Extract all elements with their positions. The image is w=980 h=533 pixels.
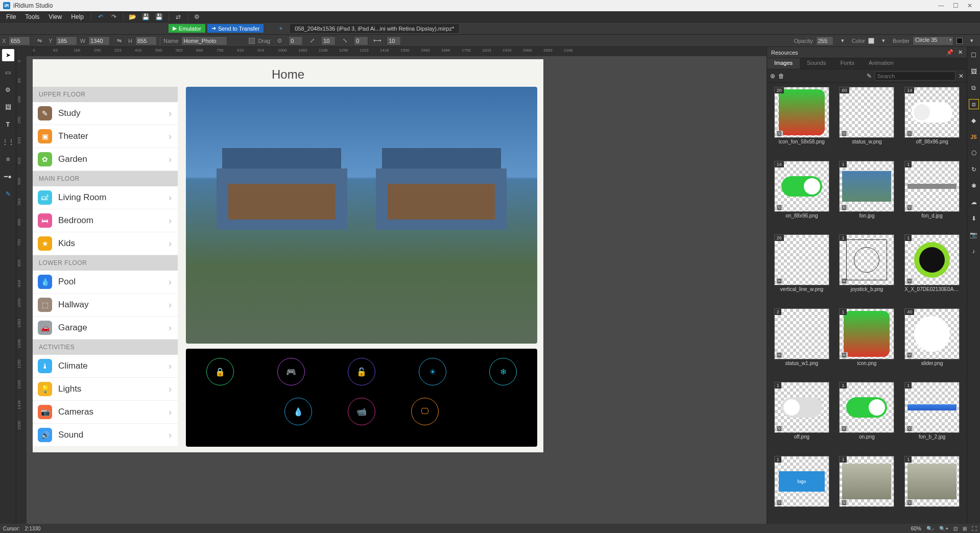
search-input[interactable] bbox=[875, 71, 956, 81]
link-wh-icon[interactable]: ⇋ bbox=[113, 35, 125, 46]
image-tool[interactable]: 🖼 bbox=[2, 101, 14, 113]
menu-item[interactable]: ▣Theater bbox=[33, 125, 178, 148]
music-icon[interactable]: ♪ bbox=[969, 246, 979, 256]
document-tab[interactable]: 058_2048x1536 (iPad 3, iPad Ai...ini wit… bbox=[289, 23, 460, 34]
delete-resource-icon[interactable]: 🗑 bbox=[778, 72, 784, 80]
window-maximize[interactable]: ☐ bbox=[948, 0, 963, 11]
resource-thumbnail[interactable]: 1🖼 bbox=[904, 382, 960, 433]
panel-pin-icon[interactable]: 📌 bbox=[946, 49, 953, 55]
window-close[interactable]: ✕ bbox=[963, 0, 977, 11]
resources-grid[interactable]: 20🖼icon_fon_58x58.png60🖼status_w.png14🖼o… bbox=[767, 83, 967, 524]
menu-item[interactable]: 🌡Climate bbox=[33, 355, 178, 378]
redo-icon[interactable]: ↷ bbox=[108, 11, 120, 22]
resource-item[interactable]: 40🖼slider.png bbox=[901, 308, 963, 378]
menu-item[interactable]: 🚗Garage bbox=[33, 317, 178, 340]
menu-view[interactable]: View bbox=[44, 12, 66, 22]
resource-item[interactable]: 26🖼vertical_line_w.png bbox=[771, 234, 832, 304]
resource-thumbnail[interactable]: 1🖼 bbox=[839, 308, 894, 359]
add-resource-icon[interactable]: ⊕ bbox=[770, 72, 775, 80]
menu-item[interactable]: 💡Lights bbox=[33, 378, 178, 401]
resource-item[interactable]: 1🖼fon_d.jpg bbox=[901, 161, 963, 231]
resource-item[interactable]: 1🖼fon_b_2.jpg bbox=[901, 382, 963, 452]
design-canvas[interactable]: Home UPPER FLOOR✎Study▣Theater✿GardenMAI… bbox=[33, 59, 543, 452]
undo-icon[interactable]: ↶ bbox=[94, 11, 107, 22]
refresh-icon[interactable]: ↻ bbox=[969, 164, 979, 175]
drag-checkbox[interactable] bbox=[249, 38, 255, 44]
shapes-icon[interactable]: ◆ bbox=[969, 115, 979, 126]
open-folder-icon[interactable]: 📂 bbox=[127, 11, 139, 22]
drag-y-input[interactable] bbox=[354, 36, 368, 45]
resource-item[interactable]: 1🖼on.png bbox=[836, 382, 898, 452]
js-icon[interactable]: JS bbox=[969, 132, 979, 142]
resource-thumbnail[interactable]: 1🖼 bbox=[904, 234, 960, 285]
network-icon[interactable]: ✱ bbox=[969, 181, 979, 191]
menu-item[interactable]: ✎Study bbox=[33, 102, 178, 125]
menu-item[interactable]: 💧Pool bbox=[33, 271, 178, 294]
slider-tool[interactable]: ━● bbox=[2, 171, 14, 183]
menu-item[interactable]: 🔊Sound bbox=[33, 424, 178, 447]
menu-item[interactable]: 🛋Living Room bbox=[33, 186, 178, 209]
menu-help[interactable]: Help bbox=[67, 12, 88, 22]
select-tool[interactable]: ➤ bbox=[2, 49, 14, 61]
align-tool[interactable]: ≡ bbox=[2, 153, 14, 165]
pen-tool[interactable]: ✎ bbox=[2, 188, 14, 200]
zoom-out-icon[interactable]: 🔍- bbox=[926, 526, 934, 531]
resource-thumbnail[interactable]: 1🖼 bbox=[904, 161, 960, 212]
menu-tools[interactable]: Tools bbox=[21, 12, 43, 22]
menu-item[interactable]: 📷Cameras bbox=[33, 401, 178, 424]
shortcut-circle[interactable]: 💧 bbox=[284, 398, 312, 425]
share-icon[interactable]: ⇄ bbox=[172, 11, 184, 22]
resource-item[interactable]: 2🖼status_w1.png bbox=[771, 308, 832, 378]
resource-item[interactable]: 20🖼icon_fon_58x58.png bbox=[771, 87, 832, 157]
window-minimize[interactable]: — bbox=[934, 0, 948, 11]
resource-thumbnail[interactable]: 1🖼 bbox=[839, 161, 894, 212]
prop-x-input[interactable] bbox=[9, 36, 30, 45]
resource-thumbnail[interactable]: 1🖼 bbox=[839, 234, 894, 285]
save-icon[interactable]: 💾 bbox=[140, 11, 152, 22]
shortcut-circle[interactable]: 🔓 bbox=[348, 358, 375, 385]
shortcut-circle[interactable]: ☀ bbox=[419, 358, 446, 385]
fullscreen-icon[interactable]: ⛶ bbox=[972, 526, 977, 531]
resource-item[interactable]: 1🖼joystick_b.png bbox=[836, 234, 898, 304]
resource-item[interactable]: 14🖼on_88x96.png bbox=[771, 161, 832, 231]
fit-icon[interactable]: ⊡ bbox=[953, 526, 958, 531]
prop-y-input[interactable] bbox=[56, 36, 77, 45]
camera-icon[interactable]: 📷 bbox=[969, 230, 979, 240]
emulator-button[interactable]: ▶ Emulator bbox=[169, 24, 205, 33]
panel-close-icon[interactable]: ✕ bbox=[958, 49, 963, 55]
resource-item[interactable]: 1🖼off.png bbox=[771, 382, 832, 452]
color-dropdown-icon[interactable]: ▾ bbox=[877, 35, 890, 46]
resource-thumbnail[interactable]: 40🖼 bbox=[904, 308, 960, 359]
drag-d-input[interactable] bbox=[289, 36, 303, 45]
zoom-in-icon[interactable]: 🔍+ bbox=[939, 526, 948, 531]
drag-x-input[interactable] bbox=[321, 36, 336, 45]
color-swatch[interactable] bbox=[868, 38, 874, 44]
shortcut-circle[interactable]: 🖵 bbox=[411, 398, 439, 425]
prop-w-input[interactable] bbox=[88, 36, 110, 45]
resource-item[interactable]: 1🖼logo bbox=[771, 456, 832, 520]
resource-item[interactable]: 1🖼 bbox=[901, 456, 963, 520]
resource-item[interactable]: 1🖼icon.png bbox=[836, 308, 898, 378]
resource-thumbnail[interactable]: 20🖼 bbox=[774, 87, 829, 138]
resource-item[interactable]: 1🖼fon.jpg bbox=[836, 161, 898, 231]
name-input[interactable] bbox=[181, 36, 227, 45]
shortcut-circle[interactable]: 🎮 bbox=[277, 358, 305, 385]
shortcut-circle[interactable]: 📹 bbox=[348, 398, 375, 425]
drag-w-input[interactable] bbox=[387, 36, 401, 45]
border-color-dropdown-icon[interactable]: ▾ bbox=[966, 35, 978, 46]
gear-tool[interactable]: ⚙ bbox=[2, 84, 14, 96]
shortcut-circle[interactable]: ❄ bbox=[489, 358, 517, 385]
selected-panel-icon[interactable]: ⧈ bbox=[969, 99, 979, 109]
image-panel-icon[interactable]: 🖼 bbox=[969, 66, 979, 77]
new-tab-icon[interactable]: ＋ bbox=[275, 23, 287, 34]
menu-file[interactable]: File bbox=[2, 12, 20, 22]
resource-thumbnail[interactable]: 60🖼 bbox=[839, 87, 894, 138]
opacity-dropdown-icon[interactable]: ▾ bbox=[836, 35, 849, 46]
resource-item[interactable]: 14🖼off_88x96.png bbox=[901, 87, 963, 157]
opacity-input[interactable] bbox=[816, 36, 833, 45]
shortcut-circle[interactable]: 🔒 bbox=[206, 358, 234, 385]
filter-icon[interactable]: ✎ bbox=[867, 72, 872, 80]
prop-h-input[interactable] bbox=[135, 36, 157, 45]
text-tool[interactable]: T bbox=[2, 118, 14, 131]
resource-item[interactable]: 1🖼X_X_07DE02130E0A2C2C9... bbox=[901, 234, 963, 304]
